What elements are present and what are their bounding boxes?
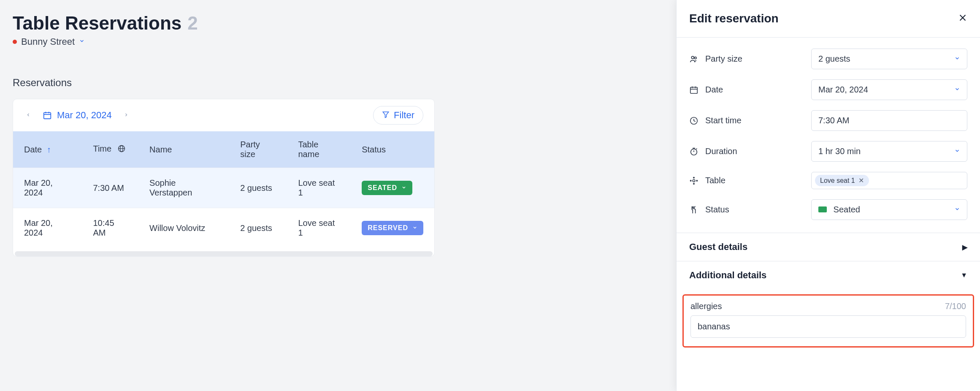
chevron-down-icon: [954, 55, 960, 63]
table-cell: Mar 20, 2024: [13, 208, 82, 248]
date-value: Mar 20, 2024: [818, 85, 868, 95]
table-cell-status: RESERVED: [351, 208, 434, 248]
triangle-down-icon: ▼: [961, 272, 967, 279]
calendar-icon: [43, 111, 52, 120]
panel-title: Edit reservation: [689, 12, 779, 25]
filter-button[interactable]: Filter: [373, 106, 423, 125]
location-selector[interactable]: Bunny Street: [13, 36, 435, 47]
close-panel-button[interactable]: [958, 12, 967, 25]
svg-point-10: [691, 56, 694, 59]
status-select[interactable]: Seated: [811, 199, 967, 220]
table-chip-input[interactable]: Love seat 1 ✕: [811, 172, 967, 189]
filter-label: Filter: [394, 110, 414, 121]
party-icon: [689, 54, 698, 64]
party-size-label: Party size: [705, 54, 742, 64]
section-label-reservations: Reservations: [13, 77, 435, 89]
allergies-input[interactable]: [690, 315, 966, 338]
table-row[interactable]: Mar 20, 202410:45 AMWillow Volovitz2 gue…: [13, 208, 434, 248]
status-badge-label: RESERVED: [368, 224, 408, 232]
table-cell: Love seat 1: [287, 168, 351, 208]
horizontal-scrollbar[interactable]: [15, 251, 433, 256]
svg-point-11: [694, 57, 696, 59]
location-status-dot: [13, 40, 17, 44]
date-picker-label: Mar 20, 2024: [57, 110, 112, 121]
svg-rect-12: [690, 87, 698, 93]
calendar-icon: [689, 85, 698, 95]
status-badge[interactable]: SEATED: [362, 181, 412, 195]
col-header-time-label: Time: [93, 144, 111, 153]
chevron-down-icon: [79, 38, 85, 46]
table-cell: Mar 20, 2024: [13, 168, 82, 208]
svg-point-25: [696, 180, 697, 181]
table-row[interactable]: Mar 20, 20247:30 AMSophie Verstappen2 gu…: [13, 168, 434, 208]
start-time-input[interactable]: 7:30 AM: [811, 110, 967, 131]
col-header-table[interactable]: Table name: [287, 131, 351, 168]
table-cell-status: SEATED: [351, 168, 434, 208]
chevron-down-icon: [954, 148, 960, 155]
svg-point-23: [693, 183, 694, 184]
status-color-swatch: [818, 206, 827, 212]
reservations-table: Date ↑ Time Name Party size Table name S…: [13, 131, 434, 248]
svg-point-22: [693, 177, 694, 178]
status-badge-label: SEATED: [368, 184, 397, 192]
location-name: Bunny Street: [21, 36, 75, 47]
additional-details-accordion[interactable]: Additional details ▼: [677, 261, 980, 289]
chevron-down-icon: [954, 86, 960, 94]
status-badge[interactable]: RESERVED: [362, 221, 423, 235]
col-header-date[interactable]: Date ↑: [13, 131, 82, 168]
sort-asc-icon: ↑: [47, 145, 51, 154]
triangle-right-icon: ▶: [962, 243, 967, 251]
duration-label: Duration: [705, 147, 737, 156]
table-cell: 10:45 AM: [82, 208, 138, 248]
table-cell: Willow Volovitz: [138, 208, 229, 248]
remove-chip-button[interactable]: ✕: [858, 176, 864, 185]
start-time-value: 7:30 AM: [818, 116, 849, 125]
edit-reservation-panel: Edit reservation Party size 2 guests: [676, 0, 980, 391]
status-field-label: Status: [705, 205, 729, 215]
table-cell: 2 guests: [229, 168, 287, 208]
reservations-card: Mar 20, 2024 Filter Date ↑: [13, 99, 435, 257]
status-value: Seated: [834, 205, 860, 214]
reservation-count: 2: [187, 13, 198, 34]
col-header-date-label: Date: [24, 145, 42, 154]
chevron-down-icon: [412, 225, 417, 231]
chevron-down-icon: [954, 206, 960, 214]
prev-day-button[interactable]: [24, 109, 32, 122]
table-icon: [689, 176, 698, 185]
col-header-time[interactable]: Time: [82, 131, 138, 168]
table-cell: Sophie Verstappen: [138, 168, 229, 208]
guest-details-label: Guest details: [689, 242, 747, 253]
filter-icon: [382, 110, 390, 121]
col-header-name[interactable]: Name: [138, 131, 229, 168]
next-day-button[interactable]: [122, 109, 130, 122]
table-cell: Love seat 1: [287, 208, 351, 248]
col-header-party[interactable]: Party size: [229, 131, 287, 168]
svg-marker-4: [383, 112, 389, 118]
duration-select[interactable]: 1 hr 30 min: [811, 141, 967, 162]
duration-value: 1 hr 30 min: [818, 147, 861, 156]
additional-field-name: allergies: [690, 301, 722, 311]
date-label: Date: [705, 85, 723, 95]
char-counter: 7/100: [945, 301, 966, 311]
svg-rect-0: [44, 113, 51, 119]
page-title: Table Reservations: [13, 13, 181, 34]
table-cell: 7:30 AM: [82, 168, 138, 208]
start-time-label: Start time: [705, 116, 742, 125]
svg-point-21: [693, 179, 695, 182]
date-select[interactable]: Mar 20, 2024: [811, 79, 967, 100]
svg-line-20: [696, 148, 697, 149]
guest-details-accordion[interactable]: Guest details ▶: [677, 233, 980, 261]
clock-icon: [689, 116, 698, 125]
svg-point-17: [691, 149, 697, 155]
table-cell: 2 guests: [229, 208, 287, 248]
table-chip-label: Love seat 1: [820, 177, 855, 185]
party-size-value: 2 guests: [818, 54, 850, 64]
cutlery-icon: [689, 205, 698, 215]
svg-point-24: [690, 180, 691, 181]
date-picker-button[interactable]: Mar 20, 2024: [43, 110, 112, 121]
table-field-label: Table: [705, 176, 726, 185]
col-header-status[interactable]: Status: [351, 131, 434, 168]
additional-details-label: Additional details: [689, 270, 766, 281]
party-size-select[interactable]: 2 guests: [811, 49, 967, 69]
table-chip: Love seat 1 ✕: [815, 175, 869, 186]
